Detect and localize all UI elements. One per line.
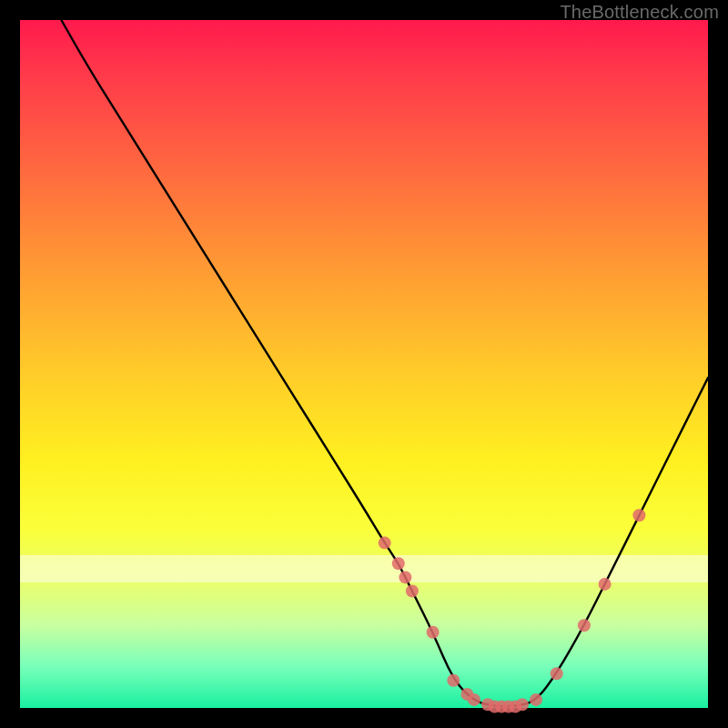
data-marker — [427, 626, 440, 639]
data-marker — [468, 693, 480, 706]
data-marker — [447, 674, 460, 687]
watermark-text: TheBottleneck.com — [560, 2, 719, 23]
chart-svg — [20, 20, 708, 708]
data-marker — [406, 585, 419, 598]
data-marker — [551, 667, 563, 680]
data-marker — [632, 509, 645, 521]
chart-frame — [20, 20, 708, 708]
data-marker — [578, 619, 591, 632]
bottleneck-curve-line — [61, 20, 708, 707]
data-markers — [379, 509, 646, 713]
data-marker — [392, 557, 405, 570]
data-marker — [399, 571, 411, 583]
data-marker — [530, 693, 542, 706]
data-marker — [599, 578, 612, 591]
data-marker — [516, 698, 529, 711]
data-marker — [379, 537, 391, 550]
